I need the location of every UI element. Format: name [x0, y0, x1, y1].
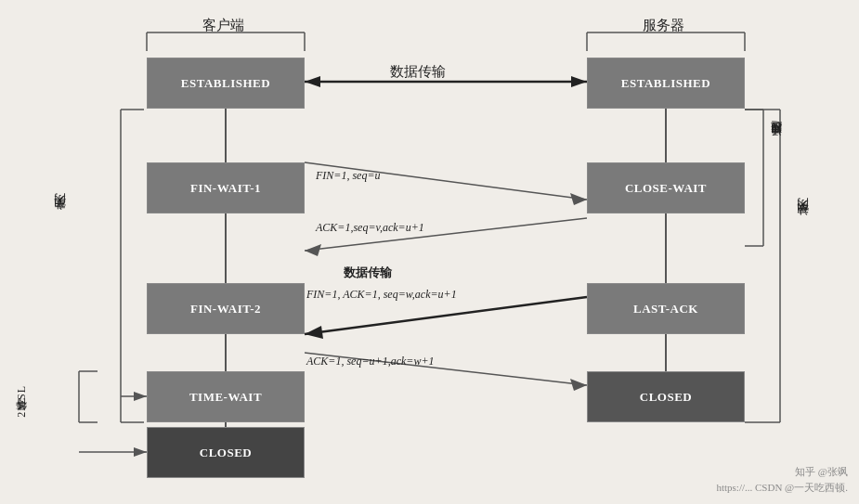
svg-marker-15 — [305, 326, 323, 339]
client-closed-box: CLOSED — [147, 427, 305, 478]
svg-marker-9 — [571, 76, 587, 87]
arrow-label-ack1: ACK=1,seq=v,ack=u+1 — [316, 221, 424, 235]
client-timewait-box: TIME-WAIT — [147, 371, 305, 422]
passive-close-label: 被动关闭 — [794, 218, 811, 226]
server-lastack-box: LAST-ACK — [587, 283, 745, 334]
diagram-container: 客户端 服务器 数据传输 FIN=1, seq=u ACK=1,seq=v,ac… — [0, 0, 859, 504]
data-transfer-mid-label: 数据传输 — [344, 265, 392, 281]
watermark: 知乎 @张飒 https://... CSDN @一天吃西顿. — [716, 464, 848, 497]
wait-2msl-label: 等待2MSL — [14, 385, 30, 420]
server-established-box: ESTABLISHED — [587, 58, 745, 109]
active-close-label: 主动关闭 — [51, 213, 68, 221]
client-finwait1-box: FIN-WAIT-1 — [147, 162, 305, 213]
arrow-label-fin1: FIN=1, seq=u — [316, 169, 381, 183]
server-closewait-box: CLOSE-WAIT — [587, 162, 745, 213]
arrow-label-ack2: ACK=1, seq=u+1,ack=w+1 — [306, 355, 434, 368]
server-closed-box: CLOSED — [587, 371, 745, 422]
svg-marker-8 — [305, 76, 320, 87]
svg-marker-11 — [570, 193, 587, 205]
server-header-label: 服务器 — [643, 17, 684, 34]
svg-marker-33 — [134, 447, 147, 457]
data-transfer-top-label: 数据传输 — [390, 63, 446, 81]
notify-label: 通知应用进程 — [769, 139, 785, 145]
svg-line-14 — [305, 297, 587, 334]
client-finwait2-box: FIN-WAIT-2 — [147, 283, 305, 334]
svg-marker-17 — [570, 379, 587, 391]
arrow-label-fin-ack: FIN=1, ACK=1, seq=w,ack=u+1 — [306, 288, 457, 302]
svg-marker-13 — [305, 244, 321, 256]
client-header-label: 客户端 — [202, 17, 244, 34]
client-established-box: ESTABLISHED — [147, 58, 305, 109]
svg-marker-28 — [134, 392, 147, 401]
